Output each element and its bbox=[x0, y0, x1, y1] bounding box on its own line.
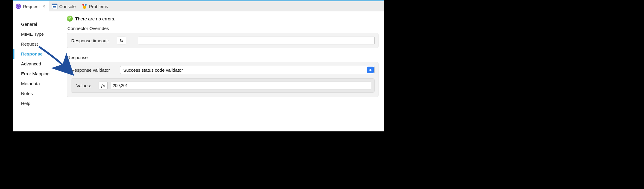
sidebar-item-label: Help bbox=[21, 101, 30, 106]
sidebar-item-help[interactable]: Help bbox=[13, 98, 61, 108]
response-timeout-label: Response timeout: bbox=[71, 38, 114, 43]
check-icon: ✓ bbox=[67, 16, 73, 22]
tab-label: Console bbox=[59, 4, 76, 9]
response-panel: Response validator Success status code v… bbox=[67, 62, 379, 97]
app-window: Request ✕ Console Problems General MIME … bbox=[13, 0, 384, 131]
sidebar-item-label: MIME Type bbox=[21, 32, 44, 37]
fx-button[interactable]: fx bbox=[99, 82, 108, 89]
chevron-updown-icon bbox=[367, 67, 374, 73]
tab-bar: Request ✕ Console Problems bbox=[13, 0, 384, 11]
tab-request[interactable]: Request ✕ bbox=[13, 1, 49, 11]
close-icon[interactable]: ✕ bbox=[42, 4, 46, 9]
response-validator-select-wrap: Success status code validator bbox=[120, 66, 375, 74]
response-validator-label: Response validator bbox=[71, 68, 117, 73]
sidebar-item-request[interactable]: Request bbox=[13, 39, 61, 49]
tab-label: Request bbox=[23, 4, 40, 9]
sidebar-item-general[interactable]: General bbox=[13, 19, 61, 29]
sidebar: General MIME Type Request Response Advan… bbox=[13, 11, 61, 131]
sidebar-item-label: Notes bbox=[21, 91, 33, 96]
response-timeout-input[interactable] bbox=[138, 37, 375, 44]
sidebar-item-label: General bbox=[21, 22, 37, 27]
content: General MIME Type Request Response Advan… bbox=[13, 11, 384, 131]
sidebar-item-metadata[interactable]: Metadata bbox=[13, 79, 61, 88]
sidebar-item-notes[interactable]: Notes bbox=[13, 88, 61, 98]
values-label: Values: bbox=[74, 83, 96, 88]
main-panel: ✓ There are no errors. Connector Overrid… bbox=[61, 11, 384, 131]
sidebar-item-label: Metadata bbox=[21, 81, 40, 86]
sidebar-item-label: Advanced bbox=[21, 61, 41, 66]
sidebar-item-response[interactable]: Response bbox=[13, 49, 61, 59]
sidebar-item-advanced[interactable]: Advanced bbox=[13, 59, 61, 69]
status-message: There are no errors. bbox=[75, 16, 115, 21]
sidebar-item-label: Response bbox=[21, 51, 43, 56]
values-row: Values: fx bbox=[74, 82, 371, 89]
values-input[interactable] bbox=[111, 82, 371, 89]
response-validator-row: Response validator Success status code v… bbox=[71, 66, 375, 74]
validator-values-panel: Values: fx bbox=[71, 78, 375, 93]
request-icon bbox=[16, 4, 21, 9]
sidebar-item-error-mapping[interactable]: Error Mapping bbox=[13, 69, 61, 79]
response-validator-select[interactable]: Success status code validator bbox=[120, 66, 375, 74]
tab-console[interactable]: Console bbox=[49, 1, 79, 11]
sidebar-item-label: Request bbox=[21, 41, 38, 46]
connector-overrides-panel: Response timeout: fx bbox=[67, 33, 379, 48]
console-icon bbox=[52, 4, 57, 9]
problems-icon bbox=[82, 4, 87, 9]
status-row: ✓ There are no errors. bbox=[67, 14, 379, 25]
section-title-response: Response bbox=[67, 54, 379, 62]
section-title-overrides: Connector Overrides bbox=[67, 25, 379, 33]
tab-problems[interactable]: Problems bbox=[79, 1, 111, 11]
fx-button[interactable]: fx bbox=[117, 37, 126, 44]
sidebar-item-mime-type[interactable]: MIME Type bbox=[13, 29, 61, 39]
response-timeout-row: Response timeout: fx bbox=[71, 37, 375, 44]
sidebar-item-label: Error Mapping bbox=[21, 71, 50, 76]
tab-label: Problems bbox=[89, 4, 108, 9]
select-value: Success status code validator bbox=[123, 68, 183, 73]
